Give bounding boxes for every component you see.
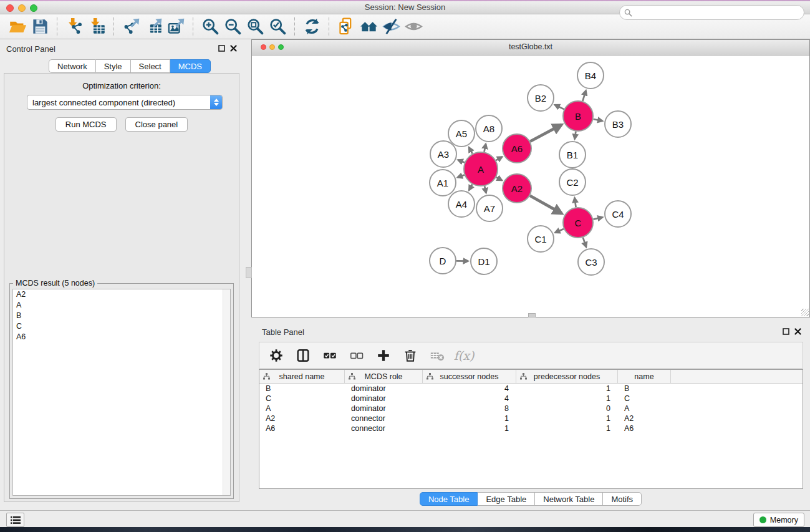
node-label-A3: A3 xyxy=(438,149,449,160)
table-row[interactable]: Bdominator41B xyxy=(259,384,803,394)
zoom-selected-button[interactable] xyxy=(266,16,289,37)
search-input[interactable] xyxy=(635,7,804,17)
edge-A-A8[interactable] xyxy=(484,144,486,152)
tab-node-table[interactable]: Node Table xyxy=(420,492,478,506)
run-mcds-button[interactable]: Run MCDS xyxy=(55,117,117,132)
float-panel-icon[interactable] xyxy=(218,45,225,52)
edge-A6-B[interactable] xyxy=(530,125,561,142)
float-table-panel-icon[interactable] xyxy=(783,328,789,335)
refresh-layout-button[interactable] xyxy=(301,16,323,37)
tab-select[interactable]: Select xyxy=(131,59,170,73)
close-table-panel-icon[interactable] xyxy=(794,328,801,335)
edge-B-B1[interactable] xyxy=(575,132,576,139)
delete-entry-button[interactable] xyxy=(401,346,420,365)
show-hide-button[interactable] xyxy=(402,16,425,37)
graphics-details-toggle-button[interactable] xyxy=(380,16,402,37)
result-item[interactable]: A xyxy=(13,300,230,311)
close-panel-icon[interactable] xyxy=(230,45,237,52)
column-header-MCDS-role[interactable]: MCDS role xyxy=(345,370,423,383)
network-canvas[interactable]: B4B2BB3A8A5A6A3B1AA1C2A2A4A7C4CC1DD1C3 xyxy=(252,56,809,317)
table-panel: Table Panel f(x) shared nameMCDS rolesuc… xyxy=(251,324,810,510)
column-header-shared-name[interactable]: shared name xyxy=(259,370,345,383)
clone-network-button[interactable] xyxy=(335,16,357,37)
column-header-name[interactable]: name xyxy=(618,370,671,383)
table-header-row: shared nameMCDS rolesuccessor nodesprede… xyxy=(259,370,803,384)
zoom-out-icon xyxy=(224,17,242,36)
task-history-button[interactable] xyxy=(6,513,24,527)
edge-B-B4[interactable] xyxy=(582,90,586,101)
edge-A-A6[interactable] xyxy=(496,157,502,160)
edge-A-A7[interactable] xyxy=(485,186,486,193)
edge-C-C2[interactable] xyxy=(574,198,576,207)
edge-A-A4[interactable] xyxy=(469,184,472,190)
memory-button[interactable]: Memory xyxy=(753,513,804,527)
edge-C-C1[interactable] xyxy=(555,229,564,233)
resize-grip-icon[interactable] xyxy=(801,309,809,316)
add-entry-button[interactable] xyxy=(374,346,393,365)
close-panel-button[interactable]: Close panel xyxy=(125,117,188,132)
edge-A2-C[interactable] xyxy=(530,196,562,214)
table-row[interactable]: A2connector11A2 xyxy=(259,414,803,423)
network-graph[interactable]: B4B2BB3A8A5A6A3B1AA1C2A2A4A7C4CC1DD1C3 xyxy=(252,56,809,317)
function-builder-button[interactable]: f(x) xyxy=(455,346,473,365)
mcds-result-list[interactable]: A2ABCA6 xyxy=(12,289,231,496)
node-label-C: C xyxy=(575,218,582,228)
edge-A-A1[interactable] xyxy=(458,175,465,177)
edge-B-B2[interactable] xyxy=(555,105,564,109)
select-all-button[interactable] xyxy=(321,346,339,365)
edge-C-C4[interactable] xyxy=(593,217,602,219)
export-network-button[interactable] xyxy=(120,16,142,37)
criterion-select[interactable]: largest connected component (directed) xyxy=(27,95,223,110)
result-item[interactable]: A2 xyxy=(13,289,230,300)
result-item[interactable]: C xyxy=(13,321,230,332)
edge-A-A5[interactable] xyxy=(469,147,473,153)
edge-A-A3[interactable] xyxy=(458,160,465,162)
status-bar: Memory xyxy=(0,510,810,527)
search-field[interactable] xyxy=(619,5,804,20)
tab-network[interactable]: Network xyxy=(49,59,96,73)
node-label-A7: A7 xyxy=(484,203,495,214)
export-table-button[interactable] xyxy=(142,16,165,37)
column-header-predecessor-nodes[interactable]: predecessor nodes xyxy=(516,370,618,383)
mcds-result-items: A2ABCA6 xyxy=(13,289,230,342)
table-cell: C xyxy=(618,394,671,403)
home-button[interactable] xyxy=(357,16,380,37)
edge-A-A2[interactable] xyxy=(496,177,502,180)
table-cell: A6 xyxy=(618,424,671,433)
network-window-titlebar[interactable]: testGlobe.txt xyxy=(252,40,809,56)
save-session-button[interactable] xyxy=(29,16,51,37)
zoom-in-button[interactable] xyxy=(199,16,221,37)
tab-motifs[interactable]: Motifs xyxy=(603,492,642,506)
splitter-grip-vertical[interactable] xyxy=(246,267,252,278)
result-item[interactable]: A6 xyxy=(13,332,230,342)
table-settings-button[interactable] xyxy=(267,346,286,365)
table-cell: 1 xyxy=(516,424,618,433)
show-columns-button[interactable] xyxy=(294,346,312,365)
import-network-button[interactable] xyxy=(63,16,85,37)
tab-mcds[interactable]: MCDS xyxy=(170,59,211,73)
export-image-button[interactable] xyxy=(165,16,187,37)
tab-network-table[interactable]: Network Table xyxy=(535,492,603,506)
result-item[interactable]: B xyxy=(13,311,230,321)
open-file-icon xyxy=(9,17,27,36)
tab-style[interactable]: Style xyxy=(96,59,131,73)
open-file-button[interactable] xyxy=(6,16,29,37)
table-row[interactable]: A6connector11A6 xyxy=(259,423,803,433)
splitter-grip-horizontal[interactable] xyxy=(528,313,536,317)
list-icon xyxy=(11,516,21,525)
table-cell: B xyxy=(618,384,671,393)
edge-C-C3[interactable] xyxy=(583,238,586,247)
sort-tree-icon xyxy=(520,373,527,380)
import-table-button[interactable] xyxy=(85,16,108,37)
column-header-successor-nodes[interactable]: successor nodes xyxy=(423,370,516,383)
edge-B-B3[interactable] xyxy=(593,119,602,121)
tab-edge-table[interactable]: Edge Table xyxy=(478,492,535,506)
delete-table-button[interactable] xyxy=(428,346,446,365)
result-scrollbar[interactable] xyxy=(223,289,230,495)
table-row[interactable]: Cdominator41C xyxy=(259,394,803,404)
node-table[interactable]: shared nameMCDS rolesuccessor nodesprede… xyxy=(259,369,803,489)
zoom-fit-button[interactable] xyxy=(244,16,266,37)
unselect-all-button[interactable] xyxy=(347,346,366,365)
zoom-out-button[interactable] xyxy=(221,16,244,37)
table-row[interactable]: Adominator80A xyxy=(259,404,803,414)
